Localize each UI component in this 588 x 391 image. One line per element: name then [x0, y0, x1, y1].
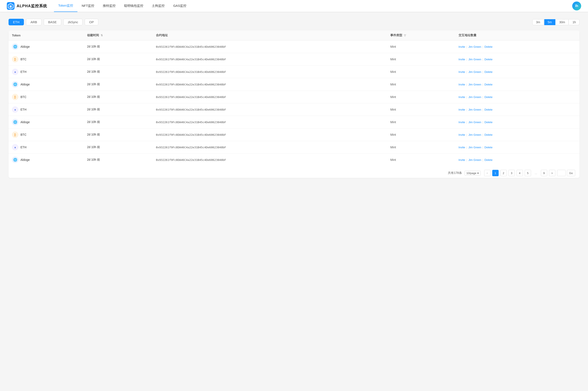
page-btn-last[interactable]: 9: [541, 170, 547, 176]
event-type-cell-6: Mint: [387, 116, 455, 128]
chain-btn-arb[interactable]: ARB: [26, 19, 42, 25]
avatar[interactable]: Ih: [572, 1, 581, 10]
invite-btn-1[interactable]: Invite: [458, 58, 465, 61]
chain-btn-zksync[interactable]: zkSync: [63, 19, 83, 25]
invite-btn-6[interactable]: Invite: [458, 121, 465, 124]
delete-btn-1[interactable]: Delete: [485, 58, 493, 61]
sep1-9: |: [466, 158, 467, 162]
nav-item-twitter[interactable]: 推特监控: [99, 0, 120, 12]
col-header-contract: 合约地址: [152, 30, 387, 40]
go-page-input[interactable]: [557, 170, 566, 176]
time-btn-1h[interactable]: 1h: [569, 19, 580, 25]
actions-cell-4: Invite | Jim Green | Delete: [455, 91, 580, 103]
sep2-1: |: [482, 58, 483, 61]
page-btn-3[interactable]: 3: [508, 170, 515, 176]
table-row: ♦ ETH 2d 10h 前 0x932261f9Fc8DA46C4a22e31…: [8, 141, 580, 154]
token-name-8: ETH: [20, 146, 26, 149]
sep1-7: |: [466, 133, 467, 136]
token-icon-6: 🌐: [12, 119, 18, 125]
table-row: ♦ ETH 2d 10h 前 0x932261f9Fc8DA46C4a22e31…: [8, 103, 580, 116]
event-type-cell-1: Mint: [387, 53, 455, 66]
token-cell-9: 🌐 Aldoge: [8, 154, 84, 166]
invite-btn-5[interactable]: Invite: [458, 108, 465, 111]
token-cell-0: 🌐 Aldoge: [8, 40, 84, 53]
next-page-btn[interactable]: >: [549, 170, 555, 176]
table-row: 🌐 Aldoge 2d 10h 前 0x932261f9Fc8DA46C4a22…: [8, 116, 580, 128]
token-icon-0: 🌐: [12, 43, 18, 50]
nav-item-wallet[interactable]: 聪明钱包监控: [120, 0, 147, 12]
time-btn-5m[interactable]: 5m: [544, 19, 555, 25]
sep2-5: |: [482, 108, 483, 111]
delete-btn-7[interactable]: Delete: [485, 133, 493, 136]
page-btn-1[interactable]: 1: [492, 170, 499, 176]
jimgreen-btn-7[interactable]: Jim Green: [468, 133, 481, 136]
invite-btn-3[interactable]: Invite: [458, 83, 465, 86]
chain-btn-op[interactable]: OP: [85, 19, 98, 25]
jimgreen-btn-1[interactable]: Jim Green: [468, 58, 481, 61]
delete-btn-5[interactable]: Delete: [485, 108, 493, 111]
delete-btn-9[interactable]: Delete: [485, 158, 493, 162]
go-page: Go: [557, 170, 575, 176]
delete-btn-8[interactable]: Delete: [485, 146, 493, 149]
nav-item-nft[interactable]: NFT监控: [77, 0, 99, 12]
delete-btn-4[interactable]: Delete: [485, 96, 493, 99]
nav-item-tugo[interactable]: 土狗监控: [147, 0, 169, 12]
token-name-9: Aldoge: [20, 158, 30, 162]
actions-cell-7: Invite | Jim Green | Delete: [455, 128, 580, 141]
page-btn-2[interactable]: 2: [500, 170, 507, 176]
jimgreen-btn-5[interactable]: Jim Green: [468, 108, 481, 111]
token-icon-2: ♦: [12, 69, 18, 75]
actions-cell-9: Invite | Jim Green | Delete: [455, 154, 580, 166]
nav-menu: Token监控 NFT监控 推特监控 聪明钱包监控 土狗监控 GAS监控: [54, 0, 191, 12]
delete-btn-6[interactable]: Delete: [485, 121, 493, 124]
actions-cell-5: Invite | Jim Green | Delete: [455, 103, 580, 116]
event-type-cell-2: Mint: [387, 66, 455, 78]
actions-cell-3: Invite | Jim Green | Delete: [455, 78, 580, 91]
invite-btn-0[interactable]: Invite: [458, 45, 465, 48]
delete-btn-0[interactable]: Delete: [485, 45, 493, 48]
nav-item-token[interactable]: Token监控: [54, 0, 77, 12]
page-size-select[interactable]: 10/page ▾: [464, 171, 481, 176]
main-content: ETH ARB BASE zkSync OP 3m 5m 30m 1h Toke…: [0, 12, 588, 187]
page-btn-4[interactable]: 4: [517, 170, 523, 176]
invite-btn-2[interactable]: Invite: [458, 70, 465, 74]
contract-cell-4: 0x932261f9Fc8DA46C4a22e31B45c4De60623848…: [152, 91, 387, 103]
delete-btn-2[interactable]: Delete: [485, 70, 493, 74]
time-btn-3m[interactable]: 3m: [532, 19, 544, 25]
token-cell-8: ♦ ETH: [8, 141, 84, 154]
sep2-3: |: [482, 83, 483, 86]
table-row: 🌐 Aldoge 2d 10h 前 0x932261f9Fc8DA46C4a22…: [8, 40, 580, 53]
nav-item-gas[interactable]: GAS监控: [169, 0, 191, 12]
token-name-4: BTC: [20, 95, 26, 99]
created-time-cell-4: 2d 10h 前: [84, 91, 152, 103]
time-btn-30m[interactable]: 30m: [556, 19, 569, 25]
jimgreen-btn-2[interactable]: Jim Green: [468, 70, 481, 74]
actions-cell-6: Invite | Jim Green | Delete: [455, 116, 580, 128]
app-title: ALPHA监控系统: [17, 3, 47, 8]
invite-btn-4[interactable]: Invite: [458, 96, 465, 99]
jimgreen-btn-9[interactable]: Jim Green: [468, 158, 481, 162]
chain-btn-base[interactable]: BASE: [44, 19, 61, 25]
invite-btn-7[interactable]: Invite: [458, 133, 465, 136]
delete-btn-3[interactable]: Delete: [485, 83, 493, 86]
invite-btn-8[interactable]: Invite: [458, 146, 465, 149]
go-page-btn[interactable]: Go: [567, 170, 575, 176]
jimgreen-btn-4[interactable]: Jim Green: [468, 96, 481, 99]
table-row: 🌐 Aldoge 2d 10h 前 0x932261f9Fc8DA46C4a22…: [8, 78, 580, 91]
jimgreen-btn-6[interactable]: Jim Green: [468, 121, 481, 124]
page-btn-5[interactable]: 5: [525, 170, 531, 176]
jimgreen-btn-0[interactable]: Jim Green: [468, 45, 481, 48]
sort-icon[interactable]: ⇅: [101, 34, 103, 37]
contract-cell-8: 0x932261f9Fc8DA46C4a22e31B45c4De60623848…: [152, 141, 387, 154]
contract-cell-2: 0x932261f9Fc8DA46C4a22e31B45c4De60623848…: [152, 66, 387, 78]
chain-btn-eth[interactable]: ETH: [8, 19, 24, 25]
jimgreen-btn-3[interactable]: Jim Green: [468, 83, 481, 86]
filter-icon[interactable]: ▽: [404, 34, 406, 37]
prev-page-btn[interactable]: <: [484, 170, 490, 176]
col-header-actions: 交互地址数量: [455, 30, 580, 40]
sep2-6: |: [482, 121, 483, 124]
invite-btn-9[interactable]: Invite: [458, 158, 465, 162]
logo-icon: [7, 2, 14, 10]
jimgreen-btn-8[interactable]: Jim Green: [468, 146, 481, 149]
navbar: ALPHA监控系统 Token监控 NFT监控 推特监控 聪明钱包监控 土狗监控…: [0, 0, 588, 12]
